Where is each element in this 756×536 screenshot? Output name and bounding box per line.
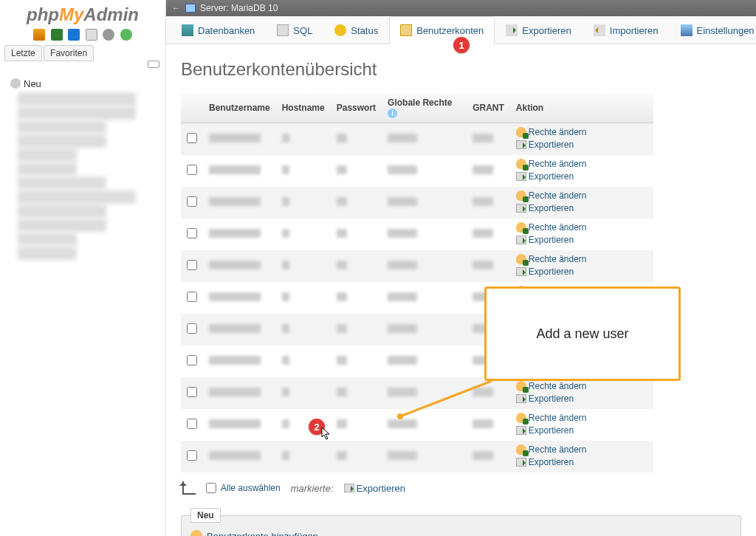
row-checkbox[interactable] bbox=[187, 387, 197, 397]
page-title: Benutzerkontenübersicht bbox=[181, 59, 741, 80]
row-checkbox[interactable] bbox=[187, 323, 197, 334]
users-icon bbox=[400, 24, 412, 36]
refresh-icon[interactable] bbox=[120, 29, 132, 41]
info-icon[interactable]: i bbox=[388, 109, 397, 118]
edit-privileges-link[interactable]: Rechte ändern bbox=[516, 127, 587, 137]
tree-item[interactable] bbox=[18, 247, 77, 260]
edit-privileges-link[interactable]: Rechte ändern bbox=[516, 222, 587, 233]
tree-item[interactable] bbox=[18, 190, 136, 204]
user-edit-icon bbox=[516, 381, 526, 391]
table-row: Rechte ändernExportieren bbox=[181, 377, 653, 409]
table-row: Rechte ändernExportieren bbox=[181, 219, 653, 250]
table-row: Rechte ändernExportieren bbox=[181, 441, 653, 473]
table-row: Rechte ändernExportieren bbox=[181, 187, 653, 219]
tree-new[interactable]: Neu bbox=[10, 76, 158, 92]
collapse-icon[interactable] bbox=[148, 61, 159, 68]
col-hostname[interactable]: Hostname bbox=[276, 93, 331, 123]
sidebar-tab-favorites[interactable]: Favoriten bbox=[44, 45, 94, 61]
export-icon bbox=[516, 204, 526, 213]
export-user-link[interactable]: Exportieren bbox=[516, 140, 574, 150]
annotation-badge-2: 2 bbox=[309, 419, 325, 435]
nav-back-icon[interactable]: ← bbox=[172, 3, 181, 13]
server-label[interactable]: Server: MariaDB 10 bbox=[200, 3, 278, 13]
col-password[interactable]: Passwort bbox=[331, 93, 382, 123]
user-add-icon bbox=[190, 530, 202, 536]
edit-privileges-link[interactable]: Rechte ändern bbox=[516, 254, 587, 264]
tab-users[interactable]: Benutzerkonten bbox=[389, 16, 495, 44]
tab-status[interactable]: Status bbox=[323, 16, 389, 44]
export-icon bbox=[516, 140, 526, 149]
export-icon bbox=[516, 267, 526, 276]
tree-item[interactable] bbox=[18, 205, 106, 218]
export-icon bbox=[344, 484, 354, 492]
sidebar-tab-recent[interactable]: Letzte bbox=[4, 45, 42, 61]
tab-settings[interactable]: Einstellungen bbox=[670, 16, 756, 44]
export-icon bbox=[516, 394, 526, 403]
tab-sql[interactable]: SQL bbox=[266, 16, 323, 44]
export-user-link[interactable]: Exportieren bbox=[516, 425, 574, 436]
export-user-link[interactable]: Exportieren bbox=[516, 235, 574, 245]
edit-privileges-link[interactable]: Rechte ändern bbox=[516, 381, 587, 391]
table-row: Rechte ändernExportieren bbox=[181, 250, 653, 282]
user-edit-icon bbox=[516, 190, 526, 201]
user-edit-icon bbox=[516, 444, 526, 455]
row-checkbox[interactable] bbox=[187, 450, 197, 461]
tree-item[interactable] bbox=[18, 162, 77, 176]
tree-item[interactable] bbox=[18, 219, 106, 232]
edit-privileges-link[interactable]: Rechte ändern bbox=[516, 444, 587, 455]
db-icon[interactable] bbox=[51, 29, 63, 41]
add-user-link[interactable]: Benutzerkonto hinzufügen bbox=[190, 530, 732, 536]
export-icon bbox=[516, 426, 526, 435]
edit-privileges-link[interactable]: Rechte ändern bbox=[516, 190, 587, 201]
row-checkbox[interactable] bbox=[187, 419, 197, 429]
export-user-link[interactable]: Exportieren bbox=[516, 457, 574, 467]
edit-privileges-link[interactable]: Rechte ändern bbox=[516, 413, 587, 423]
row-checkbox[interactable] bbox=[187, 133, 197, 143]
export-icon bbox=[516, 236, 526, 244]
callout-box: Add a new user bbox=[484, 286, 681, 381]
wrench-icon bbox=[681, 24, 693, 36]
row-checkbox[interactable] bbox=[187, 196, 197, 207]
export-user-link[interactable]: Exportieren bbox=[516, 171, 574, 182]
export-user-link[interactable]: Exportieren bbox=[516, 394, 574, 404]
settings-icon[interactable] bbox=[103, 29, 114, 41]
sql-icon bbox=[277, 24, 289, 36]
row-checkbox[interactable] bbox=[187, 292, 197, 302]
col-grant[interactable]: GRANT bbox=[467, 93, 510, 123]
server-bar: ← Server: MariaDB 10 bbox=[166, 0, 756, 16]
tree-item[interactable] bbox=[18, 120, 106, 134]
logo: phpMyAdmin bbox=[0, 0, 165, 27]
import-icon bbox=[594, 24, 605, 36]
user-edit-icon bbox=[516, 254, 526, 264]
home-icon[interactable] bbox=[33, 29, 45, 41]
row-checkbox[interactable] bbox=[187, 260, 197, 270]
new-db-icon bbox=[10, 78, 21, 89]
tree-item[interactable] bbox=[18, 176, 106, 190]
tree-item[interactable] bbox=[18, 92, 136, 106]
export-user-link[interactable]: Exportieren bbox=[516, 203, 574, 213]
export-icon bbox=[516, 172, 526, 181]
tree-item[interactable] bbox=[18, 106, 136, 120]
select-all[interactable]: Alle auswählen bbox=[206, 483, 281, 493]
col-username[interactable]: Benutzername bbox=[203, 93, 276, 123]
col-global: Globale Rechte i bbox=[382, 93, 467, 123]
row-checkbox[interactable] bbox=[187, 228, 197, 238]
tree-item[interactable] bbox=[18, 233, 77, 246]
tree-item[interactable] bbox=[18, 148, 77, 162]
new-user-legend: Neu bbox=[190, 508, 221, 523]
bulk-export[interactable]: Exportieren bbox=[344, 483, 405, 494]
edit-privileges-link[interactable]: Rechte ändern bbox=[516, 159, 587, 169]
row-checkbox[interactable] bbox=[187, 165, 197, 175]
tree-item[interactable] bbox=[18, 134, 106, 148]
docs-icon[interactable] bbox=[86, 29, 97, 41]
tab-export[interactable]: Exportieren bbox=[495, 16, 582, 44]
tab-databases[interactable]: Datenbanken bbox=[171, 16, 266, 44]
user-edit-icon bbox=[516, 222, 526, 233]
select-all-checkbox[interactable] bbox=[206, 483, 216, 493]
sql-icon[interactable] bbox=[68, 29, 80, 41]
tab-import[interactable]: Importieren bbox=[583, 16, 670, 44]
export-user-link[interactable]: Exportieren bbox=[516, 267, 574, 277]
row-checkbox[interactable] bbox=[187, 355, 197, 365]
tree-new-label: Neu bbox=[24, 78, 41, 89]
status-icon bbox=[334, 24, 346, 36]
